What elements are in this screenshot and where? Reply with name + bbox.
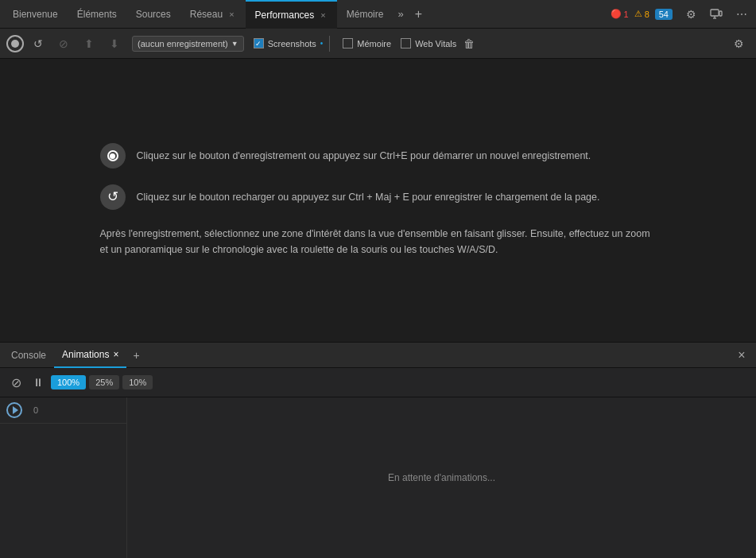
record-dot-icon (11, 40, 19, 48)
tab-bar: Bienvenue Éléments Sources Réseau × Perf… (0, 0, 756, 29)
tab-console[interactable]: Console (3, 343, 54, 368)
speed-100-button[interactable]: 100% (51, 375, 86, 389)
bottom-tab-bar: Console Animations × + × (0, 343, 756, 368)
stop-button[interactable]: ⊘ (52, 33, 75, 55)
tab-performances-close[interactable]: × (319, 10, 327, 21)
performances-settings-button[interactable]: ⚙ (727, 33, 750, 55)
instruction-row-2: ↺ Cliquez sur le bouton recharger ou app… (100, 184, 657, 210)
performances-toolbar: ↺ ⊘ ⬆ ⬇ (aucun enregistrement) ▼ ✓ Scree… (0, 29, 756, 59)
memoire-control: Mémoire (343, 38, 391, 48)
instruction-text-1: Cliquez sur le bouton d'enregistrement o… (137, 149, 591, 164)
speed-25-button[interactable]: 25% (89, 375, 119, 389)
more-options-icon[interactable]: ⋯ (731, 3, 753, 25)
tab-reseau[interactable]: Réseau × (180, 0, 246, 29)
error-badge: 🔴 1 ⚠ 8 54 (607, 7, 677, 21)
screenshots-checkbox[interactable]: ✓ (254, 38, 264, 48)
tab-elements[interactable]: Éléments (68, 0, 126, 29)
tab-bienvenue[interactable]: Bienvenue (3, 0, 68, 29)
settings-icon[interactable]: ⚙ (680, 3, 702, 25)
tab-bar-icons: 🔴 1 ⚠ 8 54 ⚙ ⋯ (607, 3, 754, 25)
performances-main: Cliquez sur le bouton d'enregistrement o… (0, 59, 756, 342)
tab-animations-close[interactable]: × (113, 349, 118, 360)
close-bottom-panel-button[interactable]: × (731, 344, 753, 366)
add-bottom-tab-button[interactable]: + (126, 349, 145, 362)
tab-performances[interactable]: Performances × (246, 0, 337, 29)
animations-toolbar: ⊘ ⏸ 100% 25% 10% (0, 368, 756, 397)
memoire-checkbox[interactable] (343, 38, 353, 48)
svg-rect-0 (711, 10, 719, 16)
webvitals-checkbox[interactable] (401, 38, 411, 48)
download-button[interactable]: ⬇ (103, 33, 126, 55)
tab-sources[interactable]: Sources (126, 0, 180, 29)
tab-reseau-close[interactable]: × (227, 9, 235, 20)
recording-dropdown[interactable]: (aucun enregistrement) ▼ (132, 36, 244, 52)
record-circle (6, 35, 24, 52)
tab-animations[interactable]: Animations × (54, 343, 126, 368)
timeline-icon-row: 0 (0, 397, 126, 424)
error-yellow-icon: ⚠ (634, 9, 642, 19)
more-tabs-button[interactable]: » (393, 3, 408, 25)
clear-button[interactable]: 🗑 (459, 34, 479, 53)
speed-10-button[interactable]: 10% (122, 375, 153, 389)
reload-instruction-icon: ↺ (100, 184, 126, 210)
webvitals-control: Web Vitals (401, 38, 456, 48)
animations-waiting-area: En attente d'animations... (127, 397, 756, 558)
svg-rect-1 (719, 11, 722, 16)
console-count-badge: 54 (655, 9, 673, 20)
bottom-panel: Console Animations × + × ⊘ ⏸ 100% 25% 10… (0, 342, 756, 558)
timeline-left: 0 (0, 397, 127, 558)
record-button[interactable] (6, 35, 24, 52)
animations-content: 0 En attente d'animations... (0, 397, 756, 558)
error-red-icon: 🔴 (611, 9, 622, 19)
screenshots-control: ✓ Screenshots • (254, 38, 324, 48)
error-yellow-count: 8 (645, 10, 649, 19)
reload-record-button[interactable]: ↺ (27, 33, 49, 55)
dropdown-arrow-icon: ▼ (231, 40, 238, 48)
error-red-count: 1 (624, 10, 629, 19)
tab-memoire[interactable]: Mémoire (337, 0, 394, 29)
record-instruction-icon (100, 143, 126, 169)
instruction-block: Cliquez sur le bouton d'enregistrement o… (100, 143, 657, 258)
screenshots-badge: • (320, 39, 324, 48)
toolbar-separator-1 (329, 36, 330, 52)
instruction-paragraph-3: Après l'enregistrement, sélectionnez une… (100, 226, 657, 258)
add-tab-button[interactable]: + (409, 3, 428, 25)
instruction-row-1: Cliquez sur le bouton d'enregistrement o… (100, 143, 657, 169)
timeline-play-icon[interactable] (6, 402, 22, 418)
animations-stop-button[interactable]: ⊘ (6, 373, 25, 392)
animations-pause-button[interactable]: ⏸ (29, 373, 48, 392)
instruction-text-2: Cliquez sur le bouton recharger ou appuy… (137, 190, 600, 205)
upload-button[interactable]: ⬆ (78, 33, 100, 55)
waiting-text: En attente d'animations... (388, 472, 495, 483)
remote-devices-icon[interactable] (705, 3, 727, 25)
